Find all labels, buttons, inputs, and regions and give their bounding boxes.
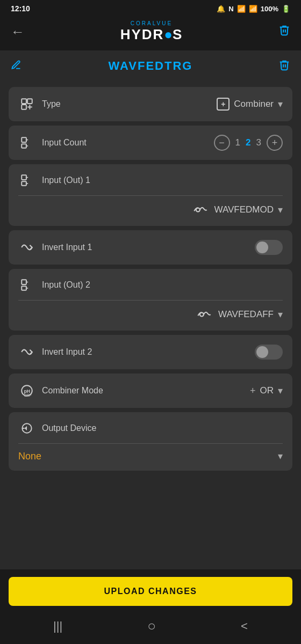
count-3: 3 [256,137,261,148]
type-row: Type + Combiner ▾ [18,96,283,113]
type-chevron-icon[interactable]: ▾ [278,98,283,110]
invert-input-2-card: Invert Input 2 [9,335,292,369]
logo-bottom: HYDR●S [120,26,183,43]
input-out-2-value: WAVFEDAFF [218,309,274,320]
invert-input-2-label: Invert Input 2 [42,347,248,357]
wave-icon-1 [193,202,208,217]
type-combiner-icon: + [217,98,230,111]
input-out-1-card: Input (Out) 1 WAVFEDMOD ▾ [9,164,292,226]
nav-home-button[interactable]: ○ [147,618,156,634]
combiner-mode-row: pH ORP Combiner Mode + OR ▾ [18,382,283,399]
invert-input-2-row: Invert Input 2 [18,343,283,361]
input-count-label: Input Count [42,138,207,148]
output-device-dropdown[interactable]: None ▾ [18,443,283,462]
invert-input-1-toggle[interactable] [255,240,283,255]
output-device-icon [18,420,35,437]
page-delete-icon[interactable] [278,59,290,74]
svg-rect-1 [27,99,32,104]
decrement-button[interactable]: − [214,135,230,151]
invert-icon-1 [18,239,35,256]
nfc-icon: N [228,5,233,13]
output-device-value: None [18,451,41,462]
output-device-top: Output Device [18,420,283,437]
svg-rect-16 [22,286,26,290]
type-card: Type + Combiner ▾ [9,87,292,121]
toggle-thumb-1 [256,241,268,253]
combiner-mode-plus-icon: + [250,385,256,397]
type-label: Type [42,99,159,109]
input-count-row: Input Count − 1 2 3 + [18,134,283,151]
status-right: 🔔 N 📶 📶 100% 🔋 [217,5,290,13]
status-time: 12:10 [11,4,30,13]
toggle-track-1 [255,240,283,255]
svg-rect-7 [22,144,26,148]
logo-top: CORALVUE [131,20,173,26]
input-out-1-label: Input (Out) 1 [42,175,283,185]
svg-rect-14 [22,280,26,284]
count-2: 2 [246,137,250,148]
combiner-mode-card: pH ORP Combiner Mode + OR ▾ [9,374,292,408]
content-area: Type + Combiner ▾ Input Count − 1 [0,82,301,569]
type-dropdown[interactable]: + Combiner ▾ [166,98,283,111]
combiner-mode-value: OR [260,385,274,396]
invert-input-2-toggle[interactable] [255,345,283,360]
wifi-icon: 📶 [237,5,246,13]
nav-menu-button[interactable]: ||| [53,619,62,633]
edit-icon[interactable] [11,60,22,73]
svg-rect-0 [22,99,26,104]
input-out-1-dropdown[interactable]: WAVFEDMOD ▾ [18,195,283,217]
page-title-bar: WAVFEDTRG [0,50,301,82]
delete-button[interactable] [278,24,290,39]
invert-input-1-label: Invert Input 1 [42,243,248,252]
invert-input-1-row: Invert Input 1 [18,239,283,256]
svg-rect-9 [22,175,26,180]
input-count-card: Input Count − 1 2 3 + [9,126,292,160]
status-bar: 12:10 🔔 N 📶 📶 100% 🔋 [0,0,301,15]
input-out-2-label: Input (Out) 2 [42,280,283,290]
input-count-control: − 1 2 3 + [214,135,283,151]
invert-input-1-card: Invert Input 1 [9,230,292,265]
logo: CORALVUE HYDR●S [120,20,183,43]
increment-button[interactable]: + [267,135,283,151]
battery-percent: 100% [261,5,278,13]
output-device-label: Output Device [42,423,283,433]
svg-rect-2 [22,105,26,109]
type-value: Combiner [234,99,274,109]
upload-changes-button[interactable]: UPLOAD CHANGES [9,577,292,606]
svg-rect-5 [22,137,26,142]
combiner-mode-chevron[interactable]: ▾ [278,385,283,397]
upload-btn-wrap: UPLOAD CHANGES [0,569,301,611]
combiner-mode-icon: pH ORP [18,382,35,399]
bottom-nav: ||| ○ < [0,611,301,644]
count-1: 1 [235,137,240,148]
svg-rect-11 [22,181,26,186]
input-out-1-top: Input (Out) 1 [18,172,283,189]
combiner-mode-label: Combiner Mode [42,386,243,396]
input-out-1-chevron[interactable]: ▾ [278,204,283,216]
back-button[interactable]: ← [11,24,25,40]
signal-icon: 📶 [249,5,257,13]
nav-back-button[interactable]: < [241,619,248,633]
input-out-2-dropdown[interactable]: WAVFEDAFF ▾ [18,300,283,322]
output-device-card: Output Device None ▾ [9,412,292,471]
header: ← CORALVUE HYDR●S [0,15,301,50]
input-out-2-chevron[interactable]: ▾ [278,309,283,320]
input-out-1-value: WAVFEDMOD [214,204,274,215]
wave-icon-2 [197,307,212,322]
output-device-chevron[interactable]: ▾ [278,450,283,462]
input-count-icon [18,134,35,151]
type-icon [18,96,35,113]
toggle-thumb-2 [256,346,268,358]
input-out-1-icon [18,172,35,189]
invert-icon-2 [18,343,35,361]
input-out-2-top: Input (Out) 2 [18,276,283,294]
battery-icon: 🔋 [282,5,290,13]
combiner-mode-right[interactable]: + OR ▾ [250,385,283,397]
input-out-2-icon [18,276,35,294]
page-title: WAVFEDTRG [109,59,193,73]
svg-text:ORP: ORP [24,393,32,397]
alarm-icon: 🔔 [217,5,225,13]
toggle-track-2 [255,345,283,360]
input-out-2-card: Input (Out) 2 WAVFEDAFF ▾ [9,269,292,331]
